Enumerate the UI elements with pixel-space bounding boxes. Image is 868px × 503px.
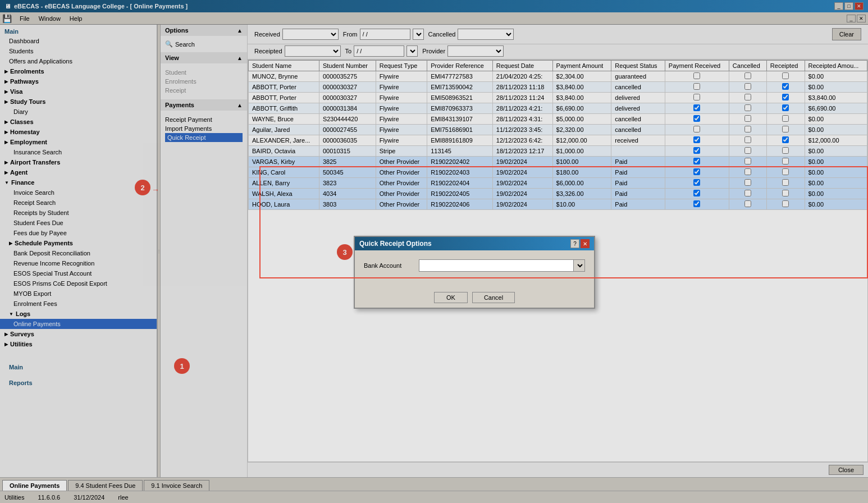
dialog-close-button[interactable]: ✕ (581, 239, 590, 248)
dialog-title-bar: Quick Receipt Options ? ✕ (355, 237, 594, 250)
bank-account-label: Bank Account (364, 262, 414, 269)
dialog-title-text: Quick Receipt Options (359, 240, 432, 248)
ok-button[interactable]: OK (434, 292, 468, 303)
bank-account-select[interactable] (573, 260, 584, 271)
bank-account-row: Bank Account (364, 259, 585, 272)
dialog-overlay: Quick Receipt Options ? ✕ Bank Account O… (0, 0, 868, 503)
bank-account-input[interactable] (419, 260, 573, 271)
cancel-button[interactable]: Cancel (472, 292, 515, 303)
dialog-buttons: OK Cancel (355, 287, 594, 308)
dialog-content: Bank Account (355, 250, 594, 287)
quick-receipt-dialog: Quick Receipt Options ? ✕ Bank Account O… (354, 236, 595, 309)
dialog-help-button[interactable]: ? (570, 239, 579, 248)
